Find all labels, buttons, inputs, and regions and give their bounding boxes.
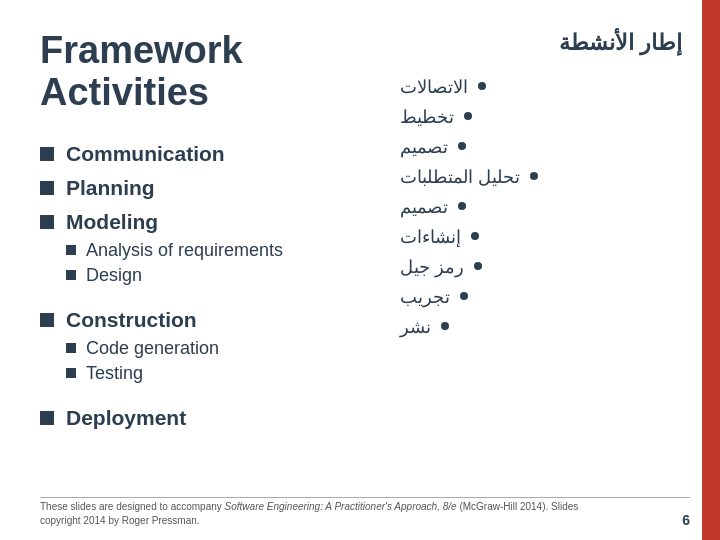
- arabic-title: إطار الأنشطة: [400, 30, 682, 56]
- right-accent-bar: [702, 0, 720, 540]
- sub-item-label: Analysis of requirements: [86, 240, 283, 261]
- footer-text: These slides are designed to accompany S…: [40, 500, 600, 528]
- arabic-item-label: الاتصالات: [400, 76, 468, 98]
- sub-item-design: Design: [66, 265, 283, 286]
- footer: These slides are designed to accompany S…: [40, 500, 690, 528]
- sub-item-label: Testing: [86, 363, 143, 384]
- arabic-item-3: تحليل المتطلبات: [400, 166, 682, 188]
- arabic-bullet: [460, 292, 468, 300]
- bullet-icon: [40, 411, 54, 425]
- arabic-item-label: تحليل المتطلبات: [400, 166, 520, 188]
- arabic-item-8: نشر: [400, 316, 682, 338]
- right-column: إطار الأنشطة الاتصالات تخطيط تصميم تحليل…: [400, 30, 682, 490]
- item-label: Construction: [66, 308, 197, 332]
- arabic-list: الاتصالات تخطيط تصميم تحليل المتطلبات تص…: [400, 76, 682, 338]
- sub-bullet-icon: [66, 270, 76, 280]
- sub-item-label: Design: [86, 265, 142, 286]
- footer-divider: [40, 497, 690, 498]
- arabic-item-1: تخطيط: [400, 106, 682, 128]
- list-item-deployment: Deployment: [40, 406, 380, 430]
- arabic-item-label: إنشاءات: [400, 226, 461, 248]
- bullet-icon: [40, 215, 54, 229]
- arabic-item-label: تصميم: [400, 136, 448, 158]
- list-item-modeling: Modeling Analysis of requirements Design: [40, 210, 380, 298]
- arabic-bullet: [441, 322, 449, 330]
- arabic-item-2: تصميم: [400, 136, 682, 158]
- sub-bullet-icon: [66, 343, 76, 353]
- page-number: 6: [682, 512, 690, 528]
- main-list: Communication Planning Modeling Analysis…: [40, 142, 380, 430]
- sub-item-testing: Testing: [66, 363, 219, 384]
- arabic-item-label: تجريب: [400, 286, 450, 308]
- sub-item-label: Code generation: [86, 338, 219, 359]
- arabic-item-7: تجريب: [400, 286, 682, 308]
- item-label: Deployment: [66, 406, 186, 430]
- sub-item-analysis: Analysis of requirements: [66, 240, 283, 261]
- bullet-icon: [40, 181, 54, 195]
- page-title: Framework Activities: [40, 30, 380, 114]
- main-content: Framework Activities Communication Plann…: [0, 0, 702, 510]
- item-label: Planning: [66, 176, 155, 200]
- arabic-item-label: تخطيط: [400, 106, 454, 128]
- arabic-item-label: رمز جيل: [400, 256, 464, 278]
- arabic-item-label: تصميم: [400, 196, 448, 218]
- arabic-bullet: [474, 262, 482, 270]
- arabic-bullet: [478, 82, 486, 90]
- arabic-item-0: الاتصالات: [400, 76, 682, 98]
- item-label: Modeling: [66, 210, 158, 234]
- arabic-item-label: نشر: [400, 316, 431, 338]
- arabic-item-4: تصميم: [400, 196, 682, 218]
- sub-bullet-icon: [66, 368, 76, 378]
- modeling-sub-list: Analysis of requirements Design: [66, 240, 283, 290]
- bullet-icon: [40, 147, 54, 161]
- item-label: Communication: [66, 142, 225, 166]
- sub-item-code-gen: Code generation: [66, 338, 219, 359]
- arabic-item-6: رمز جيل: [400, 256, 682, 278]
- arabic-item-5: إنشاءات: [400, 226, 682, 248]
- arabic-bullet: [471, 232, 479, 240]
- arabic-bullet: [458, 202, 466, 210]
- arabic-bullet: [530, 172, 538, 180]
- list-item-communication: Communication: [40, 142, 380, 166]
- sub-bullet-icon: [66, 245, 76, 255]
- arabic-bullet: [458, 142, 466, 150]
- construction-sub-list: Code generation Testing: [66, 338, 219, 388]
- list-item-planning: Planning: [40, 176, 380, 200]
- bullet-icon: [40, 313, 54, 327]
- left-column: Framework Activities Communication Plann…: [40, 30, 380, 490]
- list-item-construction: Construction Code generation Testing: [40, 308, 380, 396]
- arabic-bullet: [464, 112, 472, 120]
